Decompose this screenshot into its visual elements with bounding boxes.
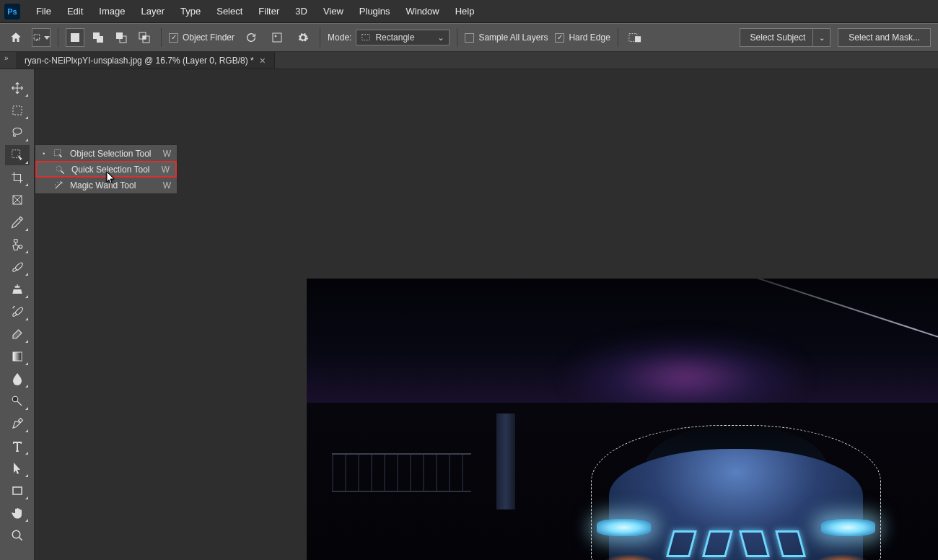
workspace xyxy=(0,69,938,560)
crop-tool[interactable] xyxy=(5,167,30,188)
svg-point-14 xyxy=(13,128,22,134)
lasso-tool[interactable] xyxy=(5,123,30,143)
sample-all-checkbox[interactable] xyxy=(465,33,474,43)
sample-all-group: Sample All Layers xyxy=(465,32,548,43)
menu-edit[interactable]: Edit xyxy=(60,3,90,19)
magic-wand-icon xyxy=(53,180,64,191)
svg-point-22 xyxy=(12,530,20,538)
separator xyxy=(320,28,320,47)
svg-point-20 xyxy=(12,396,18,402)
flyout-shortcut: W xyxy=(163,180,171,191)
hard-edge-checkbox[interactable] xyxy=(555,33,564,43)
menu-file[interactable]: File xyxy=(29,3,58,19)
flyout-shortcut: W xyxy=(162,165,170,175)
new-selection-icon[interactable] xyxy=(66,28,84,47)
document-title: ryan-c-NEiPlxpYI-unsplash.jpg @ 16.7% (L… xyxy=(25,56,254,66)
add-selection-icon[interactable] xyxy=(89,28,108,47)
flyout-shortcut: W xyxy=(163,149,171,159)
dodge-tool[interactable] xyxy=(5,391,30,411)
blur-tool[interactable] xyxy=(5,369,30,389)
svg-point-9 xyxy=(275,35,276,37)
select-and-mask-button[interactable]: Select and Mask... xyxy=(838,28,931,47)
move-tool[interactable] xyxy=(5,78,30,98)
select-subject-label: Select Subject xyxy=(750,32,806,43)
zoom-tool[interactable] xyxy=(5,525,30,546)
svg-rect-13 xyxy=(13,106,22,115)
svg-rect-8 xyxy=(273,33,281,42)
selection-outline xyxy=(591,425,882,560)
svg-rect-2 xyxy=(97,36,103,43)
clone-stamp-tool[interactable] xyxy=(5,279,30,299)
history-brush-tool[interactable] xyxy=(5,302,30,322)
mask-options-icon[interactable] xyxy=(626,28,644,47)
svg-rect-12 xyxy=(635,36,641,42)
expand-panels-icon[interactable]: » xyxy=(4,54,9,62)
tools-panel xyxy=(0,69,35,560)
svg-rect-0 xyxy=(34,35,40,40)
canvas-area[interactable] xyxy=(35,69,938,560)
svg-rect-17 xyxy=(14,240,17,243)
flyout-label: Object Selection Tool xyxy=(70,149,157,159)
object-selection-tool[interactable] xyxy=(5,145,30,165)
brush-tool[interactable] xyxy=(5,257,30,277)
mode-label: Mode: xyxy=(328,32,351,43)
eraser-tool[interactable] xyxy=(5,324,30,344)
active-indicator-icon: ▪ xyxy=(41,150,47,157)
hard-edge-group: Hard Edge xyxy=(555,32,610,43)
flyout-object-selection[interactable]: ▪ Object Selection Tool W xyxy=(35,145,177,162)
selection-mode-group xyxy=(66,28,154,47)
tool-preset-picker[interactable] xyxy=(32,28,51,47)
path-selection-tool[interactable] xyxy=(5,458,30,478)
menu-window[interactable]: Window xyxy=(398,3,446,19)
flyout-magic-wand[interactable]: Magic Wand Tool W xyxy=(35,177,177,193)
close-icon[interactable]: × xyxy=(260,55,266,66)
object-finder-group: Object Finder xyxy=(169,32,234,43)
select-mask-label: Select and Mask... xyxy=(849,32,920,43)
svg-point-18 xyxy=(19,245,22,249)
flyout-label: Quick Selection Tool xyxy=(71,165,156,175)
eyedropper-tool[interactable] xyxy=(5,212,30,232)
settings-gear-icon[interactable] xyxy=(294,28,312,47)
subtract-selection-icon[interactable] xyxy=(112,28,131,47)
healing-brush-tool[interactable] xyxy=(5,235,30,255)
object-selection-icon xyxy=(53,149,64,159)
select-subject-button[interactable]: Select Subject ⌄ xyxy=(740,28,831,47)
svg-rect-10 xyxy=(362,35,370,40)
document-tab-bar: ryan-c-NEiPlxpYI-unsplash.jpg @ 16.7% (L… xyxy=(0,52,938,69)
menu-3d[interactable]: 3D xyxy=(288,3,315,19)
refresh-icon[interactable] xyxy=(242,28,260,47)
menu-plugins[interactable]: Plugins xyxy=(352,3,398,19)
document-tab[interactable]: ryan-c-NEiPlxpYI-unsplash.jpg @ 16.7% (L… xyxy=(16,52,275,69)
menu-help[interactable]: Help xyxy=(448,3,482,19)
rectangle-shape-tool[interactable] xyxy=(5,481,30,501)
quick-selection-icon xyxy=(54,165,66,175)
show-overlay-icon[interactable] xyxy=(268,28,286,47)
menu-type[interactable]: Type xyxy=(173,3,208,19)
menu-select[interactable]: Select xyxy=(209,3,250,19)
object-finder-label: Object Finder xyxy=(183,32,234,43)
gradient-tool[interactable] xyxy=(5,346,30,367)
menu-filter[interactable]: Filter xyxy=(251,3,286,19)
separator xyxy=(161,28,162,47)
image-background xyxy=(496,414,515,509)
type-tool[interactable] xyxy=(5,436,30,456)
flyout-quick-selection[interactable]: Quick Selection Tool W xyxy=(35,161,177,178)
menu-image[interactable]: Image xyxy=(92,3,132,19)
marquee-tool[interactable] xyxy=(5,100,30,121)
menu-view[interactable]: View xyxy=(316,3,351,19)
document-canvas[interactable] xyxy=(307,279,938,560)
menu-layer[interactable]: Layer xyxy=(134,3,172,19)
mode-value: Rectangle xyxy=(375,32,414,43)
object-finder-checkbox[interactable] xyxy=(169,33,178,43)
chevron-down-icon[interactable]: ⌄ xyxy=(812,29,830,46)
intersect-selection-icon[interactable] xyxy=(135,28,154,47)
hard-edge-label: Hard Edge xyxy=(569,32,610,43)
mode-select[interactable]: Rectangle xyxy=(356,30,450,45)
frame-tool[interactable] xyxy=(5,190,30,210)
home-button[interactable] xyxy=(7,29,25,46)
pen-tool[interactable] xyxy=(5,414,30,434)
separator xyxy=(618,28,618,47)
options-bar: Object Finder Mode: Rectangle Sample All… xyxy=(0,23,938,52)
hand-tool[interactable] xyxy=(5,503,30,523)
selection-tool-flyout: ▪ Object Selection Tool W Quick Selectio… xyxy=(35,144,177,194)
